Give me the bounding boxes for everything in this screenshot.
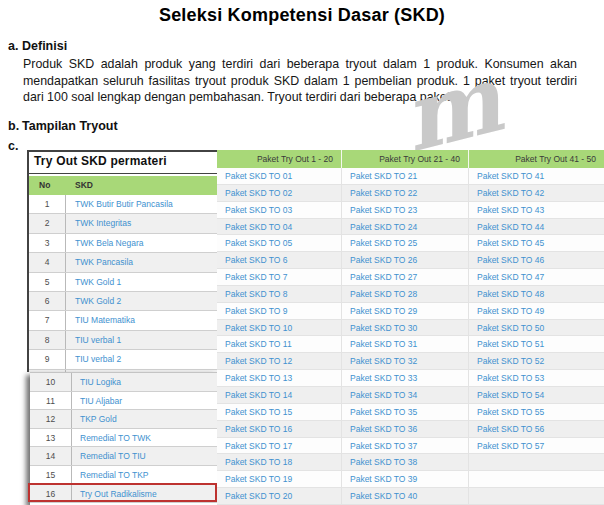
paket-link[interactable]: Paket SKD TO 51 bbox=[468, 336, 604, 353]
paket-link[interactable]: Paket SKD TO 40 bbox=[341, 488, 468, 505]
paket-link[interactable]: Paket SKD TO 29 bbox=[341, 303, 468, 320]
skd-link[interactable]: TKP Gold bbox=[72, 410, 217, 428]
paket-link[interactable]: Paket SKD TO 49 bbox=[468, 303, 604, 320]
paket-link[interactable]: Paket SKD TO 18 bbox=[217, 454, 341, 471]
paket-link[interactable]: Paket SKD TO 11 bbox=[217, 336, 341, 353]
paket-link[interactable]: Paket SKD TO 36 bbox=[341, 421, 468, 438]
paket-link[interactable]: Paket SKD TO 7 bbox=[217, 269, 341, 286]
paket-link[interactable]: Paket SKD TO 15 bbox=[217, 404, 341, 421]
table-row: 13Remedial TO TWK bbox=[30, 429, 217, 448]
section-a-heading: a.Definisi bbox=[8, 39, 67, 53]
table-row: 14Remedial TO TIU bbox=[30, 447, 217, 466]
paket-header-21-40: Paket Try Out 21 - 40 bbox=[341, 150, 468, 168]
skd-link[interactable]: Remedial TO TKP bbox=[72, 466, 217, 484]
paket-link[interactable]: Paket SKD TO 54 bbox=[468, 387, 604, 404]
paket-link[interactable]: Paket SKD TO 31 bbox=[341, 336, 468, 353]
page-title: Seleksi Kompetensi Dasar (SKD) bbox=[0, 5, 604, 26]
paket-link[interactable]: Paket SKD TO 12 bbox=[217, 353, 341, 370]
table-row: 7TIU Matematika bbox=[29, 311, 218, 330]
table-row: 9TIU verbal 2 bbox=[29, 350, 218, 369]
skd-link[interactable]: TWK Butir Butir Pancasila bbox=[66, 195, 218, 213]
row-number: 9 bbox=[29, 350, 66, 368]
paket-link[interactable]: Paket SKD TO 56 bbox=[468, 421, 604, 438]
paket-link[interactable]: Paket SKD TO 28 bbox=[341, 286, 468, 303]
left-table-header-row: No SKD bbox=[29, 176, 218, 195]
paket-link[interactable]: Paket SKD TO 39 bbox=[341, 471, 468, 488]
paket-link[interactable]: Paket SKD TO 44 bbox=[468, 219, 604, 236]
paket-link[interactable]: Paket SKD TO 46 bbox=[468, 252, 604, 269]
row-number: 4 bbox=[29, 253, 66, 271]
table-row: 1TWK Butir Butir Pancasila bbox=[29, 195, 218, 214]
paket-link[interactable]: Paket SKD TO 42 bbox=[468, 185, 604, 202]
paket-link[interactable]: Paket SKD TO 20 bbox=[217, 488, 341, 505]
paket-link[interactable]: Paket SKD TO 47 bbox=[468, 269, 604, 286]
table-row: 4TWK Pancasila bbox=[29, 253, 218, 272]
skd-link[interactable]: TWK Gold 2 bbox=[66, 292, 218, 310]
paket-link[interactable]: Paket SKD TO 45 bbox=[468, 235, 604, 252]
table-row: Paket SKD TO 9Paket SKD TO 29Paket SKD T… bbox=[217, 303, 604, 320]
paket-link[interactable]: Paket SKD TO 16 bbox=[217, 421, 341, 438]
paket-link[interactable]: Paket SKD TO 35 bbox=[341, 404, 468, 421]
highlight-box-row-16 bbox=[28, 483, 217, 502]
paket-link[interactable]: Paket SKD TO 22 bbox=[341, 185, 468, 202]
skd-link[interactable]: TWK Gold 1 bbox=[66, 273, 218, 291]
paket-link[interactable]: Paket SKD TO 13 bbox=[217, 370, 341, 387]
skd-link[interactable]: TIU Matematika bbox=[66, 311, 218, 329]
paket-link[interactable]: Paket SKD TO 34 bbox=[341, 387, 468, 404]
skd-link[interactable]: TIU verbal 2 bbox=[66, 350, 218, 368]
paket-link[interactable]: Paket SKD TO 19 bbox=[217, 471, 341, 488]
paket-link[interactable]: Paket SKD TO 02 bbox=[217, 185, 341, 202]
skd-link[interactable]: TWK Bela Negara bbox=[66, 234, 218, 252]
paket-link[interactable]: Paket SKD TO 27 bbox=[341, 269, 468, 286]
paket-link[interactable]: Paket SKD TO 6 bbox=[217, 252, 341, 269]
skd-link[interactable]: TWK Pancasila bbox=[66, 253, 218, 271]
skd-link[interactable]: TWK Integritas bbox=[66, 214, 218, 232]
paket-link[interactable]: Paket SKD TO 50 bbox=[468, 320, 604, 337]
skd-link[interactable]: Remedial TO TIU bbox=[72, 447, 217, 465]
row-number: 5 bbox=[29, 273, 66, 291]
paket-link[interactable]: Paket SKD TO 23 bbox=[341, 202, 468, 219]
paket-link[interactable]: Paket SKD TO 32 bbox=[341, 353, 468, 370]
table-row: Paket SKD TO 15Paket SKD TO 35Paket SKD … bbox=[217, 404, 604, 421]
paket-link[interactable]: Paket SKD TO 53 bbox=[468, 370, 604, 387]
section-a-label: a. bbox=[8, 39, 22, 53]
paket-link[interactable]: Paket SKD TO 38 bbox=[341, 454, 468, 471]
table-row: Paket SKD TO 03Paket SKD TO 23Paket SKD … bbox=[217, 202, 604, 219]
paket-link[interactable]: Paket SKD TO 55 bbox=[468, 404, 604, 421]
table-row: Paket SKD TO 20Paket SKD TO 40 bbox=[217, 488, 604, 505]
table-row: Paket SKD TO 16Paket SKD TO 36Paket SKD … bbox=[217, 421, 604, 438]
paket-link[interactable]: Paket SKD TO 9 bbox=[217, 303, 341, 320]
paket-link[interactable]: Paket SKD TO 01 bbox=[217, 168, 341, 185]
paket-link[interactable]: Paket SKD TO 03 bbox=[217, 202, 341, 219]
paket-header-41-50: Paket Try Out 41 - 50 bbox=[468, 150, 604, 168]
paket-link[interactable]: Paket SKD TO 14 bbox=[217, 387, 341, 404]
paket-link[interactable]: Paket SKD TO 33 bbox=[341, 370, 468, 387]
paket-link[interactable]: Paket SKD TO 30 bbox=[341, 320, 468, 337]
paket-link[interactable]: Paket SKD TO 04 bbox=[217, 219, 341, 236]
paket-tryout-table: Paket Try Out 1 - 20 Paket Try Out 21 - … bbox=[217, 150, 604, 505]
skd-link[interactable]: TIU verbal 1 bbox=[66, 331, 218, 349]
skd-link[interactable]: TIU Logika bbox=[72, 373, 217, 391]
paket-link[interactable]: Paket SKD TO 37 bbox=[341, 438, 468, 455]
paket-link[interactable]: Paket SKD TO 21 bbox=[341, 168, 468, 185]
paket-link[interactable]: Paket SKD TO 24 bbox=[341, 219, 468, 236]
paket-link[interactable]: Paket SKD TO 25 bbox=[341, 235, 468, 252]
paket-link[interactable]: Paket SKD TO 52 bbox=[468, 353, 604, 370]
paket-link[interactable]: Paket SKD TO 17 bbox=[217, 438, 341, 455]
paket-link[interactable]: Paket SKD TO 48 bbox=[468, 286, 604, 303]
paket-link[interactable]: Paket SKD TO 05 bbox=[217, 235, 341, 252]
paket-link[interactable]: Paket SKD TO 8 bbox=[217, 286, 341, 303]
table-row: 2TWK Integritas bbox=[29, 214, 218, 233]
paket-link[interactable]: Paket SKD TO 41 bbox=[468, 168, 604, 185]
row-number: 7 bbox=[29, 311, 66, 329]
paket-link[interactable]: Paket SKD TO 26 bbox=[341, 252, 468, 269]
row-number: 8 bbox=[29, 331, 66, 349]
table-row: Paket SKD TO 10Paket SKD TO 30Paket SKD … bbox=[217, 320, 604, 337]
table-row: Paket SKD TO 7Paket SKD TO 27Paket SKD T… bbox=[217, 269, 604, 286]
paket-link[interactable]: Paket SKD TO 57 bbox=[468, 438, 604, 455]
paket-link[interactable]: Paket SKD TO 10 bbox=[217, 320, 341, 337]
paket-link[interactable]: Paket SKD TO 43 bbox=[468, 202, 604, 219]
skd-link[interactable]: TIU Aljabar bbox=[72, 392, 217, 410]
skd-link[interactable]: Remedial TO TWK bbox=[72, 429, 217, 447]
table-row: Paket SKD TO 02Paket SKD TO 22Paket SKD … bbox=[217, 185, 604, 202]
